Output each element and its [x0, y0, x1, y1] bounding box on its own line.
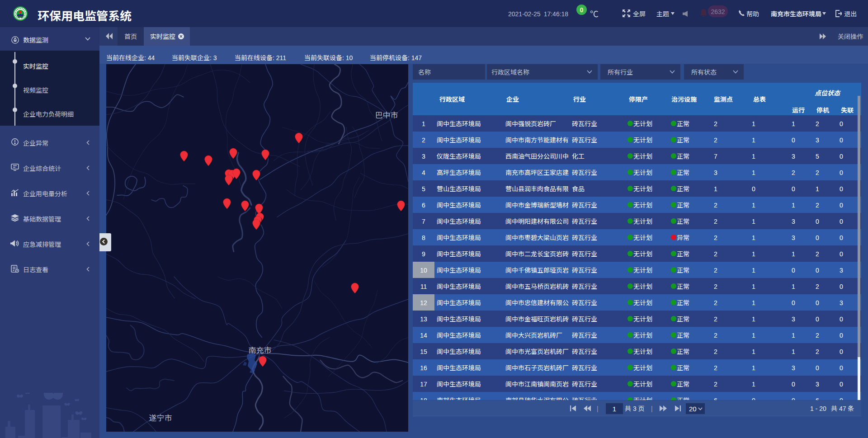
svg-text:遂宁市: 遂宁市 — [149, 412, 172, 423]
svg-text:巴中市: 巴中市 — [375, 109, 398, 120]
svg-text:南充市: 南充市 — [249, 344, 272, 355]
